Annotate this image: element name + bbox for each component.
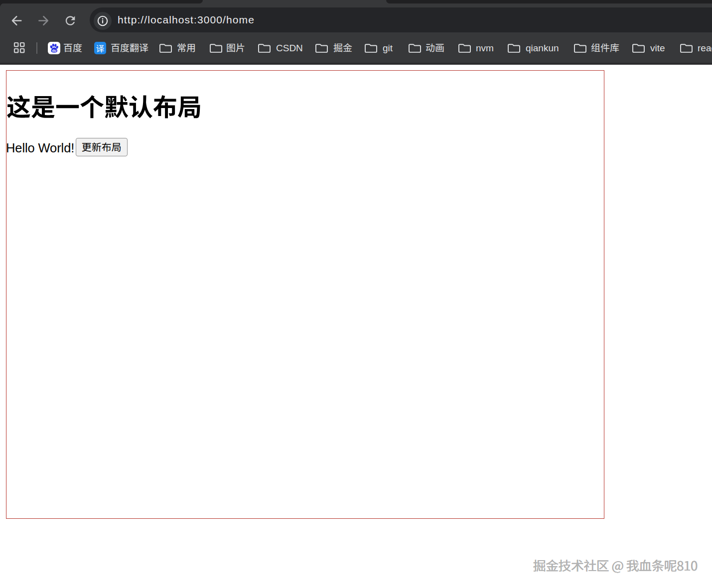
svg-text:du: du	[52, 48, 56, 53]
svg-text:译: 译	[96, 42, 105, 54]
